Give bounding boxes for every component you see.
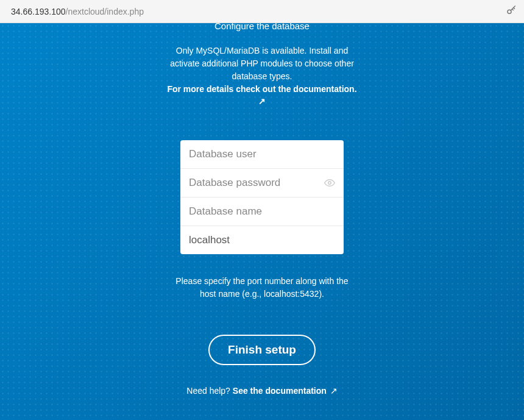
db-host-input[interactable]	[180, 226, 344, 254]
url-path: /nextcloud/index.php	[66, 7, 144, 16]
db-name-wrap	[180, 198, 344, 226]
page-content: Configure the database Only MySQL/MariaD…	[0, 23, 524, 420]
db-name-input[interactable]	[180, 198, 344, 226]
help-prefix: Need help?	[186, 386, 233, 396]
help-documentation-link[interactable]: See the documentation ↗	[233, 386, 338, 396]
finish-setup-button[interactable]: Finish setup	[208, 335, 316, 365]
doc-link-text: For more details check out the documenta…	[167, 84, 356, 94]
db-user-wrap	[180, 140, 344, 169]
db-password-wrap	[180, 169, 344, 198]
section-title: Configure the database	[0, 23, 524, 31]
help-link-text: See the documentation	[233, 386, 327, 396]
info-text: Only MySQL/MariaDB is available. Install…	[168, 44, 356, 83]
svg-point-0	[508, 10, 511, 13]
db-user-input[interactable]	[180, 140, 344, 168]
url-ip: 34.66.193.100	[11, 7, 66, 16]
key-icon[interactable]	[506, 5, 517, 18]
external-link-icon: ↗	[330, 386, 338, 396]
browser-address-bar: 34.66.193.100/nextcloud/index.php	[0, 0, 524, 23]
db-host-wrap	[180, 226, 344, 254]
db-password-input[interactable]	[180, 169, 344, 197]
svg-point-1	[328, 182, 331, 185]
port-hint-text: Please specify the port number along wit…	[171, 275, 353, 301]
help-text: Need help? See the documentation ↗	[0, 386, 524, 396]
toggle-password-icon[interactable]	[324, 177, 335, 188]
external-link-icon: ↗	[0, 96, 524, 106]
url-display[interactable]: 34.66.193.100/nextcloud/index.php	[6, 4, 518, 19]
documentation-link[interactable]: For more details check out the documenta…	[0, 84, 524, 106]
database-form	[180, 140, 344, 254]
